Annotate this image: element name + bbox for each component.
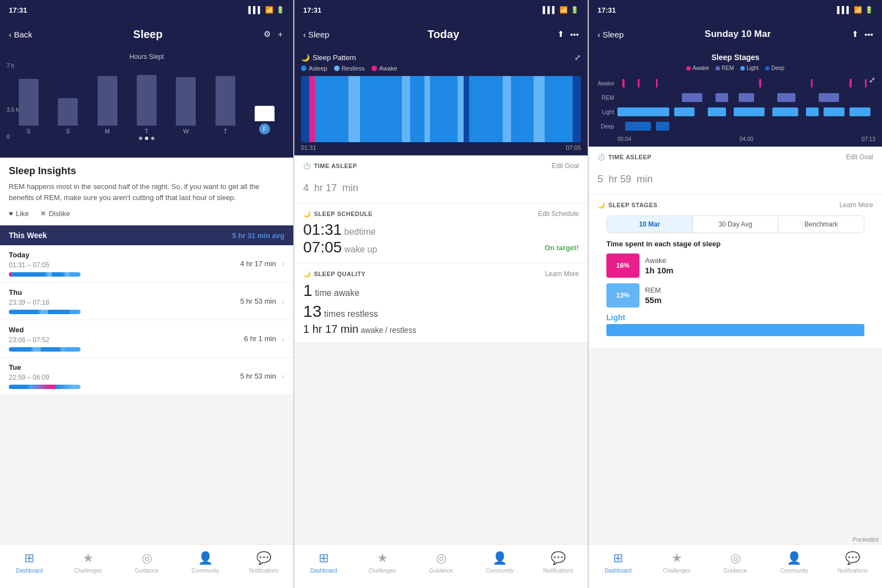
bar-label-t1: T	[145, 128, 149, 134]
back-button-3[interactable]: ‹ Sleep	[598, 30, 623, 39]
community-icon-1: 👤	[198, 551, 213, 565]
sleep-row-wed-right: 6 hr 1 min ›	[244, 334, 284, 344]
learn-more-quality[interactable]: Learn More	[545, 270, 579, 278]
schedule-title: 🌙 SLEEP SCHEDULE	[303, 211, 373, 218]
guidance-icon-2: ◎	[436, 551, 447, 565]
challenges-icon-3: ★	[671, 551, 682, 565]
challenges-label-3: Challenges	[663, 568, 691, 574]
nav-dashboard-1[interactable]: ⊞ Dashboard	[0, 549, 58, 576]
like-label: Like	[16, 209, 29, 218]
sleep-row-wed[interactable]: Wed 23:06 – 07:52 6 hr 1 min ›	[0, 320, 293, 358]
time-asleep-header: 🕐 TIME ASLEEP Edit Goal	[303, 162, 579, 170]
nav-challenges-3[interactable]: ★ Challenges	[647, 549, 706, 576]
sleep-block-4	[430, 76, 458, 142]
sleep-mini-bar-tue	[9, 385, 80, 389]
dislike-button[interactable]: ✕ Dislike	[40, 209, 70, 218]
nav-challenges-2[interactable]: ★ Challenges	[353, 549, 411, 576]
legend-asleep: Asleep	[301, 65, 327, 72]
sleep-row-today[interactable]: Today 01:31 – 07:05 4 hr 17 min ›	[0, 245, 293, 283]
battery-icon-2: 🔋	[571, 6, 579, 14]
restless-6	[534, 76, 545, 142]
awake-stage-bar: 16% Awake 1h 10m	[598, 253, 873, 278]
legend-rem-label-3: REM	[722, 65, 734, 71]
sleep-row-thu[interactable]: Thu 23:39 – 07:18 5 hr 53 min ›	[0, 283, 293, 320]
settings-button[interactable]: ⚙	[263, 29, 271, 39]
dislike-label: Dislike	[49, 209, 70, 218]
week-avg: 5 hr 31 min avg	[232, 231, 284, 240]
chevron-tue: ›	[282, 371, 284, 381]
back-button-1[interactable]: ‹ Back	[9, 30, 33, 39]
edit-goal-link-3[interactable]: Edit Goal	[846, 153, 873, 161]
guidance-label-2: Guidance	[429, 568, 453, 574]
sleep-row-thu-right: 5 hr 53 min ›	[240, 296, 284, 306]
nav-community-2[interactable]: 👤 Community	[470, 549, 529, 576]
nav-community-3[interactable]: 👤 Community	[765, 549, 823, 576]
nav-dashboard-3[interactable]: ⊞ Dashboard	[589, 549, 647, 576]
legend-deep-label-3: Deep	[771, 65, 784, 71]
back-button-2[interactable]: ‹ Sleep	[303, 30, 329, 39]
sleep-time-thu: 23:39 – 07:18	[9, 299, 80, 306]
tab-10-mar[interactable]: 10 Mar	[607, 216, 693, 233]
sleep-row-tue-left: Tue 22:59 – 06:09	[9, 363, 80, 389]
sleep-block-3	[410, 76, 424, 142]
expand-icon-3[interactable]: ⤢	[869, 75, 875, 84]
tab-benchmark[interactable]: Benchmark	[778, 216, 864, 233]
dashboard-label-1: Dashboard	[16, 568, 43, 574]
nav-notifications-1[interactable]: 💬 Notifications	[235, 549, 293, 576]
bar-f	[255, 106, 275, 121]
add-button-1[interactable]: ＋	[276, 29, 284, 40]
nav-challenges-1[interactable]: ★ Challenges	[58, 549, 117, 576]
rem-stage-info: REM 55m	[645, 286, 662, 305]
expand-icon-2[interactable]: ⤢	[574, 53, 581, 62]
rem-info-name: REM	[645, 286, 662, 294]
community-icon-2: 👤	[492, 551, 507, 565]
like-button[interactable]: ♥ Like	[9, 209, 29, 218]
bedtime-label: bedtime	[345, 227, 376, 236]
light-stage-label: Light	[606, 313, 645, 322]
page-title-3: Sunday 10 Mar	[704, 29, 771, 40]
edit-schedule-link[interactable]: Edit Schedule	[538, 210, 579, 218]
wakeup-label: wake up	[345, 245, 378, 254]
restless-count: 13	[303, 302, 321, 320]
rem-color-box: 13%	[606, 283, 639, 308]
edit-goal-link-2[interactable]: Edit Goal	[552, 162, 579, 170]
page-title-2: Today	[428, 28, 459, 41]
sleep-schedule-section: 🌙 SLEEP SCHEDULE Edit Schedule 01:31 bed…	[294, 203, 588, 263]
bar-container: S S M T W	[7, 63, 287, 134]
tab-30-day[interactable]: 30 Day Avg	[693, 216, 779, 233]
learn-more-stages[interactable]: Learn More	[840, 201, 873, 209]
awake-row-label: Awake	[595, 80, 614, 87]
legend-rem-3: REM	[716, 65, 734, 71]
share-button-3[interactable]: ⬆	[852, 29, 859, 39]
nav-dashboard-2[interactable]: ⊞ Dashboard	[294, 549, 353, 576]
sleep-chart-area: Hours Slept 7 h 3.5 h 0 S S M	[0, 48, 293, 158]
nav-community-1[interactable]: 👤 Community	[176, 549, 234, 576]
moon-icon-sched: 🌙	[303, 211, 311, 218]
notifications-label-3: Notifications	[838, 568, 868, 574]
moon-icon-2: 🌙	[301, 53, 310, 62]
battery-icon-3: 🔋	[865, 6, 873, 14]
awake-blip-1	[622, 79, 625, 88]
dot-1	[139, 137, 142, 140]
nav-guidance-2[interactable]: ◎ Guidance	[412, 549, 470, 576]
more-button-2[interactable]: •••	[570, 30, 579, 39]
y-label-bot: 0	[7, 134, 10, 140]
deep-block-1	[625, 122, 651, 131]
nav-notifications-2[interactable]: 💬 Notifications	[529, 549, 588, 576]
awake-label: time awake	[315, 288, 359, 298]
restless-4	[458, 76, 463, 142]
nav-guidance-1[interactable]: ◎ Guidance	[117, 549, 176, 576]
wifi-icon-2: 📶	[560, 6, 568, 14]
awake-stage-info: Awake 1h 10m	[645, 256, 674, 275]
share-button-2[interactable]: ⬆	[557, 29, 564, 39]
awake-count-row: 1 time awake	[303, 281, 579, 300]
community-icon-3: 👤	[787, 551, 802, 565]
quality-title: 🌙 SLEEP QUALITY	[303, 271, 365, 278]
more-button-3[interactable]: •••	[864, 30, 873, 39]
awake-bar-row: 16% Awake 1h 10m	[606, 253, 864, 278]
nav-guidance-3[interactable]: ◎ Guidance	[706, 549, 765, 576]
sleep-row-tue[interactable]: Tue 22:59 – 06:09 5 hr 53 min ›	[0, 358, 293, 395]
sleep-dur-wed: 6 hr 1 min	[244, 335, 276, 343]
nav-notifications-3[interactable]: 💬 Notifications	[824, 549, 882, 576]
challenges-icon-1: ★	[83, 551, 94, 565]
